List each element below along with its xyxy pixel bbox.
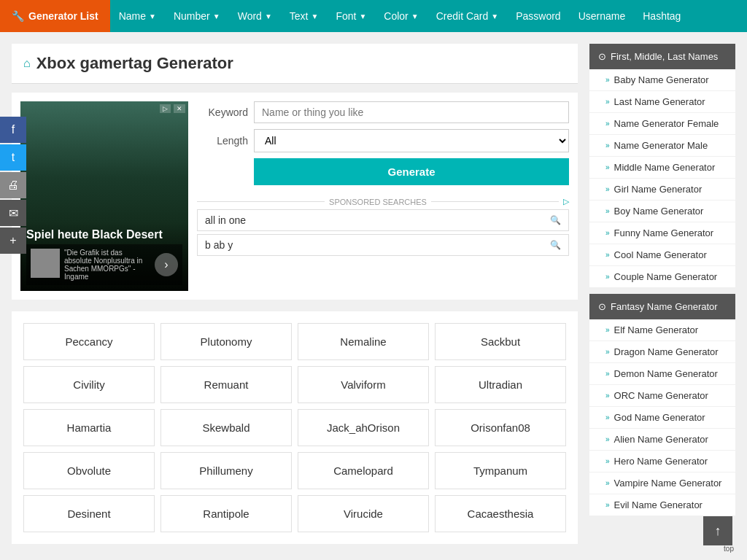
nav-name-link[interactable]: Name ▼ (110, 0, 165, 32)
section-icon: ⊙ (598, 301, 606, 312)
more-button[interactable]: + (0, 228, 26, 254)
wrench-icon: 🔧 (12, 10, 24, 22)
sidebar-item[interactable]: »Middle Name Generator (589, 157, 735, 179)
chevron-right-icon: » (605, 457, 610, 465)
sidebar-item[interactable]: »God Name Generator (589, 407, 735, 429)
name-cell[interactable]: Plutonomy (160, 323, 292, 360)
generate-button[interactable]: Generate (254, 158, 569, 185)
sidebar-item[interactable]: »Boy Name Generator (589, 201, 735, 222)
sidebar-item[interactable]: »Funny Name Generator (589, 222, 735, 244)
top-label: top (724, 545, 734, 553)
sidebar-item[interactable]: »Alien Name Generator (589, 429, 735, 451)
generator-box: ▷ ✕ Spiel heute Black Desert "Die Grafik… (12, 93, 578, 300)
sidebar-item[interactable]: »Vampire Name Generator (589, 472, 735, 494)
sidebar-item[interactable]: »Last Name Generator (589, 91, 735, 113)
name-cell[interactable]: Phillumeny (160, 452, 292, 489)
name-cell[interactable]: Desinent (23, 495, 155, 532)
sidebar-section: ⊙ First, Middle, Last Names»Baby Name Ge… (589, 44, 735, 288)
arrow-down-icon: ▼ (491, 12, 498, 20)
sidebar-item[interactable]: »Girl Name Generator (589, 179, 735, 201)
print-button[interactable]: 🖨 (0, 172, 26, 198)
name-cell[interactable]: Ultradian (435, 366, 566, 403)
section-title: Fantasy Name Generator (611, 301, 718, 312)
nav-username-link[interactable]: Username (570, 0, 635, 32)
arrow-down-icon: ▼ (359, 12, 366, 20)
name-cell[interactable]: Rantipole (160, 495, 292, 532)
sidebar-item[interactable]: »Elf Name Generator (589, 319, 735, 341)
name-cell[interactable]: Hamartia (23, 409, 155, 446)
home-icon[interactable]: ⌂ (23, 57, 31, 70)
nav-font[interactable]: Font ▼ (327, 0, 375, 32)
sidebar-sections: ⊙ First, Middle, Last Names»Baby Name Ge… (589, 44, 735, 516)
nav-password-link[interactable]: Password (507, 0, 569, 32)
name-cell[interactable]: Valviform (298, 366, 429, 403)
nav-number-link[interactable]: Number ▼ (165, 0, 229, 32)
name-cell[interactable]: Cacaesthesia (435, 495, 566, 532)
nav-text[interactable]: Text ▼ (281, 0, 328, 32)
ad-arrow-button[interactable]: › (155, 253, 178, 276)
chevron-right-icon: » (605, 326, 610, 334)
length-select[interactable]: All Short Medium Long (254, 129, 569, 152)
sidebar-item[interactable]: »Couple Name Generator (589, 266, 735, 288)
nav-hashtag[interactable]: Hashtag (634, 0, 689, 32)
nav-hashtag-link[interactable]: Hashtag (634, 0, 689, 32)
nav-name[interactable]: Name ▼ (110, 0, 165, 32)
keyword-input[interactable] (254, 101, 569, 123)
page-header: ⌂ Xbox gamertag Generator (12, 44, 578, 84)
ad-top-bar: ▷ ✕ (160, 104, 185, 113)
top-nav: 🔧 Generator List Name ▼ Number ▼ Word ▼ … (0, 0, 747, 32)
sponsored-result-2-text: b ab y (205, 239, 550, 251)
sidebar-item[interactable]: »ORC Name Generator (589, 385, 735, 407)
chevron-right-icon: » (605, 229, 610, 237)
nav-password[interactable]: Password (507, 0, 569, 32)
sidebar-item-label: Funny Name Generator (614, 228, 714, 238)
ad-close-icon[interactable]: ✕ (174, 104, 185, 113)
sidebar-item-label: Dragon Name Generator (614, 346, 719, 357)
page-body: ⌂ Xbox gamertag Generator ▷ ✕ Spiel heut… (0, 32, 747, 556)
nav-credit-card[interactable]: Credit Card ▼ (427, 0, 508, 32)
sidebar-item[interactable]: »Name Generator Male (589, 135, 735, 157)
sidebar-item[interactable]: »Baby Name Generator (589, 69, 735, 91)
nav-color-link[interactable]: Color ▼ (375, 0, 427, 32)
name-cell[interactable]: Civility (23, 366, 155, 403)
nav-menu: Name ▼ Number ▼ Word ▼ Text ▼ Font ▼ Col… (110, 0, 690, 32)
nav-color[interactable]: Color ▼ (375, 0, 427, 32)
name-cell[interactable]: Virucide (298, 495, 429, 532)
generator-list-button[interactable]: 🔧 Generator List (0, 0, 110, 32)
name-cell[interactable]: Skewbald (160, 409, 292, 446)
email-button[interactable]: ✉ (0, 200, 26, 226)
sidebar-item[interactable]: »Evil Name Generator (589, 494, 735, 516)
sidebar-item[interactable]: »Cool Name Generator (589, 244, 735, 266)
sidebar-item[interactable]: »Hero Name Generator (589, 451, 735, 472)
name-cell[interactable]: Peccancy (23, 323, 155, 360)
facebook-button[interactable]: f (0, 117, 26, 143)
name-cell[interactable]: Tympanum (435, 452, 566, 489)
name-cell[interactable]: Orisonfan08 (435, 409, 566, 446)
sidebar-item[interactable]: »Demon Name Generator (589, 363, 735, 385)
name-cell[interactable]: Sackbut (435, 323, 566, 360)
back-to-top-button[interactable]: ↑ (703, 516, 732, 545)
sidebar-item[interactable]: »Name Generator Female (589, 113, 735, 135)
name-cell[interactable]: Obvolute (23, 452, 155, 489)
twitter-button[interactable]: t (0, 144, 26, 171)
ad-thumbnail (31, 249, 60, 278)
ad-play-icon[interactable]: ▷ (160, 104, 171, 113)
nav-credit-card-link[interactable]: Credit Card ▼ (427, 0, 508, 32)
sidebar-item[interactable]: »Dragon Name Generator (589, 341, 735, 363)
name-cell[interactable]: Nemaline (298, 323, 429, 360)
nav-word-link[interactable]: Word ▼ (229, 0, 281, 32)
length-row: Length All Short Medium Long (197, 129, 569, 152)
chevron-right-icon: » (605, 501, 610, 509)
name-cell[interactable]: Camelopard (298, 452, 429, 489)
generator-list-label: Generator List (28, 10, 98, 22)
nav-word[interactable]: Word ▼ (229, 0, 281, 32)
nav-username[interactable]: Username (570, 0, 635, 32)
nav-font-link[interactable]: Font ▼ (327, 0, 375, 32)
sponsored-result-1[interactable]: all in one 🔍 (197, 209, 569, 231)
nav-text-link[interactable]: Text ▼ (281, 0, 328, 32)
name-cell[interactable]: Jack_ahOrison (298, 409, 429, 446)
generator-form: Keyword Length All Short Medium Long Gen… (197, 101, 569, 291)
nav-number[interactable]: Number ▼ (165, 0, 229, 32)
sponsored-result-2[interactable]: b ab y 🔍 (197, 234, 569, 256)
name-cell[interactable]: Remuant (160, 366, 292, 403)
